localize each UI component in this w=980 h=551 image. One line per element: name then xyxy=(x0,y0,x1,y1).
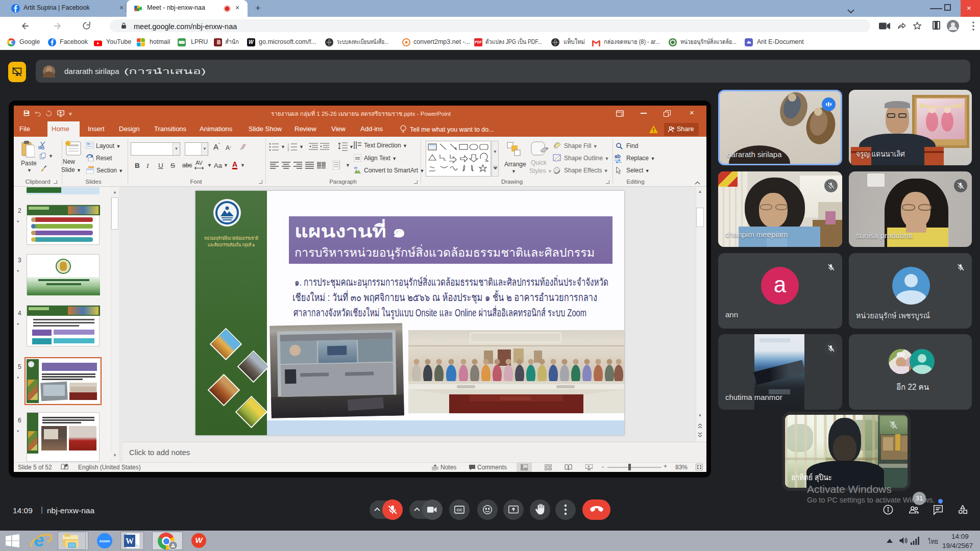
svg-text:CC: CC xyxy=(456,508,462,512)
svg-text:รายงานผล กลุ่มที่ 1 25-26 เมษ: รายงานผล กลุ่มที่ 1 25-26 เมษายน สดรสรีธ… xyxy=(271,110,451,117)
svg-text:แผนงานที่ ๑: แผนงานที่ ๑ xyxy=(295,219,406,241)
svg-text:ไทย: ไทย xyxy=(928,538,938,545)
svg-text:ระบบลงทะเบียนหนังสือ...: ระบบลงทะเบียนหนังสือ... xyxy=(337,38,388,45)
svg-text:อาทิตย์ สุปินะ: อาทิตย์ สุปินะ xyxy=(791,473,832,483)
svg-text:กล่องจดหมาย (8) - ar...: กล่องจดหมาย (8) - ar... xyxy=(604,38,660,45)
svg-text:การบริหารหน่วยอนุรักษ์สิ่งแวดล: การบริหารหน่วยอนุรักษ์สิ่งแวดล้อมธรรมชาต… xyxy=(295,244,595,260)
svg-text:แท็บใหม่: แท็บใหม่ xyxy=(564,38,585,45)
svg-text:อีก 22 คน: อีก 22 คน xyxy=(896,383,929,391)
svg-text:สำนัก: สำนัก xyxy=(225,38,239,45)
svg-text:ศาลากลางจังหวัดเชียงใหม่ ในรูป: ศาลากลางจังหวัดเชียงใหม่ ในรูปแบบ Onsite… xyxy=(293,306,586,319)
svg-text:จรูญ แดนนาเลิศ: จรูญ แดนนาเลิศ xyxy=(856,149,905,159)
svg-text:หน่วยอนุรักษ์สิ่งแวดล้อมธรรมชา: หน่วยอนุรักษ์สิ่งแวดล้อมธรรมชาติ xyxy=(204,235,258,241)
svg-text:(การนำเสนอ): (การนำเสนอ) xyxy=(124,67,206,76)
svg-text:ตัวแปลง JPG เป็น PDF...: ตัวแปลง JPG เป็น PDF... xyxy=(485,38,542,45)
svg-text:และศิลปกรรมท้องถิ่น กลุ่มที่ ๑: และศิลปกรรมท้องถิ่น กลุ่มที่ ๑ xyxy=(208,241,255,248)
svg-text:เชียงใหม่ : วันที่ ๓๐ พฤศจิกาย: เชียงใหม่ : วันที่ ๓๐ พฤศจิกายน ๒๕๖๖ ณ ห… xyxy=(292,290,597,304)
svg-text:๑. การประชุมคณะอนุกรรมการอนุรั: ๑. การประชุมคณะอนุกรรมการอนุรักษ์สิ่งแวด… xyxy=(295,275,608,289)
svg-text:หน่วยอนุรักษ์สิ่งแวดล้อ...: หน่วยอนุรักษ์สิ่งแวดล้อ... xyxy=(680,37,737,46)
svg-text:W: W xyxy=(126,537,134,545)
svg-text:sunisa pradubrat: sunisa pradubrat xyxy=(856,231,914,240)
svg-text:หน่วยอนุรักษ์ เพชรบูรณ์: หน่วยอนุรักษ์ เพชรบูรณ์ xyxy=(856,311,930,321)
svg-text:3: 3 xyxy=(287,148,289,151)
